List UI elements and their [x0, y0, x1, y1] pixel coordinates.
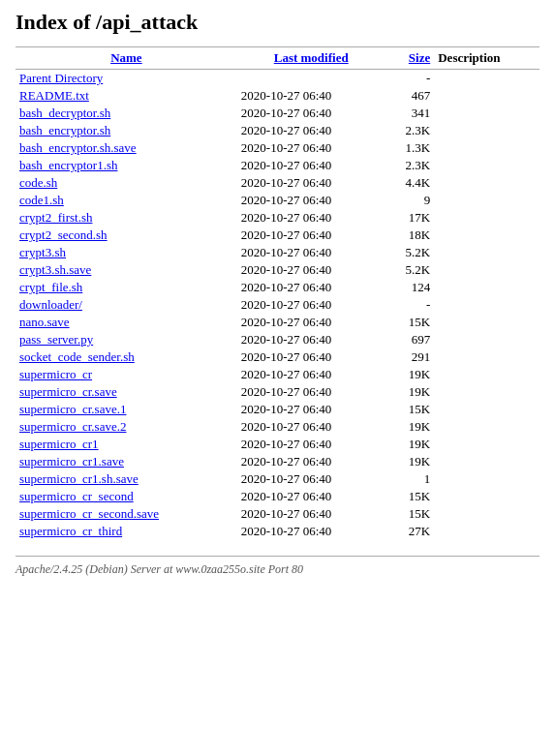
- file-size-cell: 19K: [385, 436, 435, 453]
- file-modified-cell: 2020-10-27 06:40: [237, 418, 385, 436]
- file-link[interactable]: supermicro_cr.save.1: [19, 402, 126, 416]
- file-link[interactable]: code1.sh: [19, 193, 64, 207]
- file-modified-cell: 2020-10-27 06:40: [237, 505, 385, 523]
- file-modified-cell: 2020-10-27 06:40: [237, 244, 385, 261]
- file-size-cell: 19K: [385, 366, 435, 383]
- file-link[interactable]: crypt_file.sh: [19, 280, 82, 294]
- file-description-cell: [434, 192, 540, 209]
- file-size-cell: 1.3K: [385, 139, 435, 157]
- file-link[interactable]: supermicro_cr_second: [19, 489, 134, 503]
- table-row: crypt2_second.sh2020-10-27 06:4018K: [15, 227, 540, 244]
- file-link[interactable]: pass_server.py: [19, 332, 93, 347]
- file-name-cell: crypt3.sh.save: [15, 261, 237, 279]
- file-description-cell: [434, 105, 540, 122]
- file-name-cell: supermicro_cr.save.1: [15, 401, 237, 418]
- file-link[interactable]: supermicro_cr_third: [19, 524, 122, 538]
- file-size-cell: 15K: [385, 314, 435, 331]
- file-link[interactable]: downloader/: [19, 297, 82, 312]
- file-size-cell: 15K: [385, 488, 435, 505]
- file-description-cell: [434, 279, 540, 296]
- file-size-cell: 4.4K: [385, 174, 435, 192]
- file-description-cell: [434, 453, 540, 470]
- file-description-cell: [434, 436, 540, 453]
- file-size-cell: 2.3K: [385, 157, 435, 174]
- file-description-cell: [434, 70, 540, 88]
- file-link[interactable]: socket_code_sender.sh: [19, 349, 135, 364]
- file-modified-cell: 2020-10-27 06:40: [237, 366, 385, 383]
- file-link[interactable]: crypt3.sh: [19, 245, 66, 259]
- file-description-cell: [434, 157, 540, 174]
- file-link[interactable]: bash_encryptor.sh.save: [19, 140, 137, 155]
- file-name-cell: supermicro_cr_second: [15, 488, 237, 505]
- file-link[interactable]: supermicro_cr.save: [19, 384, 117, 399]
- file-modified-cell: 2020-10-27 06:40: [237, 331, 385, 348]
- file-size-cell: -: [385, 70, 435, 88]
- file-name-cell: Parent Directory: [15, 70, 237, 88]
- table-row: supermicro_cr.save.12020-10-27 06:4015K: [15, 401, 540, 418]
- file-name-cell: socket_code_sender.sh: [15, 348, 237, 366]
- file-description-cell: [434, 174, 540, 192]
- file-link[interactable]: Parent Directory: [19, 71, 103, 85]
- file-link[interactable]: bash_encryptor1.sh: [19, 158, 117, 172]
- file-link[interactable]: bash_encryptor.sh: [19, 123, 110, 137]
- file-modified-cell: 2020-10-27 06:40: [237, 348, 385, 366]
- size-sort-link[interactable]: Size: [409, 50, 430, 65]
- file-listing-table: Name Last modified Size Description Pare…: [15, 46, 540, 540]
- file-modified-cell: 2020-10-27 06:40: [237, 314, 385, 331]
- table-row: crypt2_first.sh2020-10-27 06:4017K: [15, 209, 540, 227]
- table-row: bash_encryptor.sh2020-10-27 06:402.3K: [15, 122, 540, 139]
- file-size-cell: 27K: [385, 523, 435, 540]
- file-link[interactable]: crypt3.sh.save: [19, 262, 91, 277]
- file-name-cell: crypt3.sh: [15, 244, 237, 261]
- file-name-cell: supermicro_cr1.save: [15, 453, 237, 470]
- file-link[interactable]: supermicro_cr.save.2: [19, 419, 126, 434]
- table-row: socket_code_sender.sh2020-10-27 06:40291: [15, 348, 540, 366]
- file-size-cell: 19K: [385, 418, 435, 436]
- col-header-size[interactable]: Size: [385, 47, 435, 70]
- table-row: supermicro_cr1.sh.save2020-10-27 06:401: [15, 470, 540, 488]
- footer-text: Apache/2.4.25 (Debian) Server at www.0za…: [15, 562, 303, 576]
- file-link[interactable]: supermicro_cr_second.save: [19, 506, 159, 521]
- file-link[interactable]: crypt2_second.sh: [19, 227, 108, 242]
- file-modified-cell: 2020-10-27 06:40: [237, 87, 385, 105]
- file-link[interactable]: nano.save: [19, 315, 70, 329]
- file-modified-cell: 2020-10-27 06:40: [237, 453, 385, 470]
- file-link[interactable]: supermicro_cr: [19, 367, 92, 381]
- table-row: bash_encryptor1.sh2020-10-27 06:402.3K: [15, 157, 540, 174]
- file-size-cell: 5.2K: [385, 261, 435, 279]
- file-link[interactable]: code.sh: [19, 175, 57, 190]
- file-size-cell: 19K: [385, 383, 435, 401]
- file-description-cell: [434, 139, 540, 157]
- file-description-cell: [434, 488, 540, 505]
- file-name-cell: crypt2_second.sh: [15, 227, 237, 244]
- file-name-cell: supermicro_cr.save: [15, 383, 237, 401]
- table-row: pass_server.py2020-10-27 06:40697: [15, 331, 540, 348]
- name-sort-link[interactable]: Name: [110, 50, 142, 65]
- file-link[interactable]: supermicro_cr1: [19, 437, 99, 451]
- file-modified-cell: 2020-10-27 06:40: [237, 105, 385, 122]
- file-size-cell: -: [385, 296, 435, 314]
- file-modified-cell: 2020-10-27 06:40: [237, 470, 385, 488]
- file-modified-cell: 2020-10-27 06:40: [237, 227, 385, 244]
- file-name-cell: bash_encryptor.sh: [15, 122, 237, 139]
- file-size-cell: 17K: [385, 209, 435, 227]
- file-description-cell: [434, 296, 540, 314]
- file-description-cell: [434, 87, 540, 105]
- modified-sort-link[interactable]: Last modified: [274, 50, 349, 65]
- file-link[interactable]: supermicro_cr1.sh.save: [19, 471, 139, 486]
- col-header-name[interactable]: Name: [15, 47, 237, 70]
- file-name-cell: supermicro_cr1: [15, 436, 237, 453]
- file-name-cell: supermicro_cr1.sh.save: [15, 470, 237, 488]
- file-size-cell: 697: [385, 331, 435, 348]
- file-modified-cell: 2020-10-27 06:40: [237, 209, 385, 227]
- server-footer: Apache/2.4.25 (Debian) Server at www.0za…: [15, 556, 540, 577]
- col-header-modified[interactable]: Last modified: [237, 47, 385, 70]
- file-name-cell: downloader/: [15, 296, 237, 314]
- table-header: Name Last modified Size Description: [15, 47, 540, 70]
- file-link[interactable]: supermicro_cr1.save: [19, 454, 124, 469]
- file-link[interactable]: bash_decryptor.sh: [19, 106, 110, 120]
- file-link[interactable]: crypt2_first.sh: [19, 210, 92, 225]
- file-link[interactable]: README.txt: [19, 88, 89, 103]
- file-description-cell: [434, 470, 540, 488]
- file-modified-cell: 2020-10-27 06:40: [237, 383, 385, 401]
